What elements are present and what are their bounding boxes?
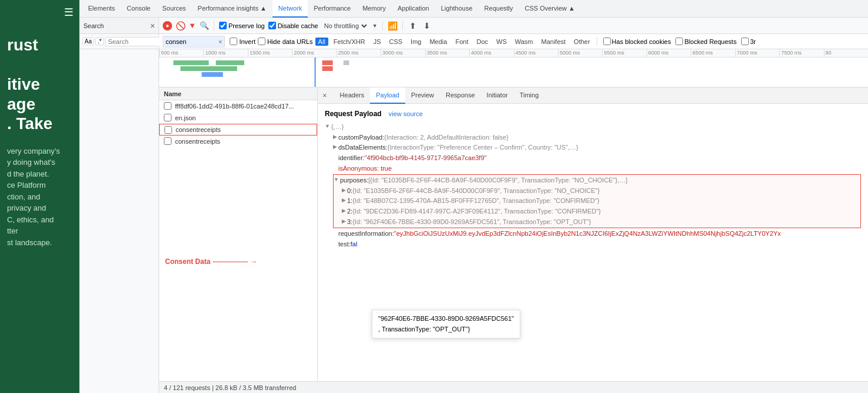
tree-identifier: identifier: "4f904bcb-bf9b-4145-9717-996… bbox=[325, 153, 861, 164]
status-text: 4 / 121 requests | 26.8 kB / 3.5 MB tran… bbox=[164, 384, 296, 391]
clear-button[interactable]: 🚫 bbox=[176, 21, 185, 31]
tab-headers[interactable]: Headers bbox=[334, 87, 371, 104]
timeline-area: 500 ms 1000 ms 1500 ms 2000 ms 2500 ms 3… bbox=[159, 49, 868, 87]
filter-css-button[interactable]: CSS bbox=[386, 38, 405, 46]
request-item-2[interactable]: en.json bbox=[159, 112, 317, 124]
detail-panel: × Headers Payload Preview Response Initi… bbox=[318, 87, 868, 381]
filter-manifest-button[interactable]: Manifest bbox=[539, 38, 569, 46]
preserve-log-checkbox[interactable]: Preserve log bbox=[219, 22, 265, 29]
filter-fetch-xhr-button[interactable]: Fetch/XHR bbox=[331, 38, 368, 46]
custom-payload-arrow[interactable]: ▶ bbox=[333, 133, 337, 141]
filter-media-button[interactable]: Media bbox=[426, 38, 450, 46]
root-label: {,…} bbox=[331, 122, 344, 133]
purpose-1-arrow[interactable]: ▶ bbox=[342, 196, 346, 204]
purposes-section: ▼ purposes: [{Id: "E1035BF6-2F6F-44CB-8A… bbox=[333, 174, 861, 228]
filter-all-button[interactable]: All bbox=[315, 38, 328, 46]
purpose-3-arrow[interactable]: ▶ bbox=[342, 217, 346, 225]
filter-wasm-button[interactable]: Wasm bbox=[512, 38, 536, 46]
tree-purpose-0[interactable]: ▶ 0: {Id: "E1035BF6-2F6F-44CB-8A9F-540D0… bbox=[334, 186, 860, 196]
tree-root[interactable]: ▼ {,…} bbox=[325, 122, 861, 133]
request-item-4[interactable]: consentreceipts bbox=[159, 135, 317, 147]
tab-css-overview[interactable]: CSS Overview ▲ bbox=[519, 0, 581, 18]
root-arrow[interactable]: ▼ bbox=[325, 122, 330, 130]
search-icon[interactable]: 🔍 bbox=[200, 21, 209, 30]
filter-other-button[interactable]: Other bbox=[571, 38, 593, 46]
request-item-3[interactable]: consentreceipts bbox=[159, 124, 317, 135]
filter-img-button[interactable]: Img bbox=[408, 38, 424, 46]
regex-button[interactable]: .* bbox=[95, 38, 104, 45]
website-hero-text: rustitiveage. Take bbox=[7, 35, 72, 134]
search-close-icon[interactable]: × bbox=[150, 21, 155, 31]
download-button[interactable]: ⬇ bbox=[422, 21, 432, 31]
toolbar-divider-3 bbox=[402, 21, 403, 31]
request-name-3: consentreceipts bbox=[176, 126, 312, 133]
request-item-1[interactable]: fff8df06-1dd2-491b-88f6-01cae248cd17... bbox=[159, 100, 317, 112]
filter-js-button[interactable]: JS bbox=[371, 38, 384, 46]
status-bar: 4 / 121 requests | 26.8 kB / 3.5 MB tran… bbox=[159, 381, 868, 393]
aa-button[interactable]: Aa bbox=[82, 38, 94, 45]
tab-response[interactable]: Response bbox=[440, 87, 481, 104]
tab-lighthouse[interactable]: Lighthouse bbox=[435, 0, 479, 18]
tree-purposes[interactable]: ▼ purposes: [{Id: "E1035BF6-2F6F-44CB-8A… bbox=[334, 175, 860, 186]
svg-rect-1 bbox=[180, 66, 237, 71]
request-checkbox-1[interactable] bbox=[164, 102, 171, 110]
third-party-checkbox[interactable]: 3r bbox=[741, 38, 756, 45]
waterfall-chart bbox=[159, 57, 868, 87]
wifi-icon[interactable]: 📶 bbox=[388, 21, 398, 31]
disable-cache-checkbox[interactable]: Disable cache bbox=[268, 22, 318, 29]
tree-ds-data: ▶ dsDataElements: {InteractionType: "Pre… bbox=[325, 143, 861, 153]
filter-ws-button[interactable]: WS bbox=[493, 38, 510, 46]
throttle-select[interactable]: No throttling bbox=[322, 22, 369, 30]
filter-search-input[interactable] bbox=[166, 38, 218, 45]
payload-content: Request Payload view source ▼ {,…} bbox=[318, 104, 868, 381]
tab-network[interactable]: Network bbox=[272, 0, 308, 18]
tab-preview[interactable]: Preview bbox=[405, 87, 440, 104]
blocked-requests-checkbox[interactable]: Blocked Requests bbox=[675, 38, 736, 45]
upload-button[interactable]: ⬆ bbox=[408, 21, 418, 31]
svg-rect-5 bbox=[322, 60, 333, 65]
filter-icon[interactable]: ▼ bbox=[189, 21, 196, 30]
purposes-arrow[interactable]: ▼ bbox=[334, 175, 339, 184]
request-checkbox-4[interactable] bbox=[164, 137, 171, 145]
tab-payload[interactable]: Payload bbox=[370, 87, 405, 104]
tab-performance[interactable]: Performance bbox=[308, 0, 356, 18]
tab-elements[interactable]: Elements bbox=[82, 0, 121, 18]
tab-performance-insights[interactable]: Performance insights ▲ bbox=[192, 0, 272, 18]
tree-purpose-2[interactable]: ▶ 2: {Id: "9DEC2D36-FD89-4147-997C-A2F3F… bbox=[334, 206, 860, 217]
tree-purpose-3[interactable]: ▶ 3: {Id: "962F40E6-7BBE-4330-89D0-9269A… bbox=[334, 217, 860, 228]
svg-rect-6 bbox=[322, 66, 333, 71]
request-name-4: consentreceipts bbox=[175, 138, 312, 145]
devtools-panel: Elements Console Sources Performance ins… bbox=[79, 0, 868, 393]
request-list-header: Name bbox=[159, 87, 317, 100]
tab-initiator[interactable]: Initiator bbox=[481, 87, 514, 104]
tab-timing[interactable]: Timing bbox=[514, 87, 545, 104]
detail-tabs: × Headers Payload Preview Response Initi… bbox=[318, 87, 868, 104]
tab-requestly[interactable]: Requestly bbox=[479, 0, 519, 18]
filter-doc-button[interactable]: Doc bbox=[473, 38, 491, 46]
filter-clear-icon[interactable]: × bbox=[218, 38, 222, 45]
purpose-2-arrow[interactable]: ▶ bbox=[342, 206, 346, 215]
hamburger-icon[interactable]: ☰ bbox=[64, 6, 73, 19]
tab-sources[interactable]: Sources bbox=[156, 0, 191, 18]
request-checkbox-3[interactable] bbox=[164, 126, 172, 134]
tree-purpose-1[interactable]: ▶ 1: {Id: "E48B07C2-1395-470A-AB15-8F0FF… bbox=[334, 196, 860, 206]
detail-close-button[interactable]: × bbox=[320, 91, 329, 100]
filter-font-button[interactable]: Font bbox=[452, 38, 471, 46]
view-source-link[interactable]: view source bbox=[389, 109, 423, 120]
svg-rect-3 bbox=[216, 60, 244, 65]
timeline-ruler: 500 ms 1000 ms 1500 ms 2000 ms 2500 ms 3… bbox=[159, 49, 868, 57]
request-checkbox-2[interactable] bbox=[164, 114, 171, 121]
hide-data-urls-checkbox[interactable]: Hide data URLs bbox=[258, 38, 313, 45]
purpose-0-arrow[interactable]: ▶ bbox=[342, 186, 346, 194]
filter-bar: × Invert Hide data URLs All Fetch/XHR JS… bbox=[159, 34, 868, 49]
has-blocked-cookies-checkbox[interactable]: Has blocked cookies bbox=[603, 38, 671, 45]
tab-application[interactable]: Application bbox=[392, 0, 435, 18]
throttle-arrow-icon: ▼ bbox=[372, 23, 378, 29]
tab-console[interactable]: Console bbox=[121, 0, 156, 18]
ds-data-arrow[interactable]: ▶ bbox=[333, 143, 337, 151]
invert-checkbox[interactable]: Invert bbox=[230, 38, 255, 45]
tab-memory[interactable]: Memory bbox=[356, 0, 392, 18]
record-button[interactable]: ● bbox=[163, 21, 172, 31]
website-body-text: very company'sy doing what'sd the planet… bbox=[7, 145, 72, 249]
svg-rect-0 bbox=[173, 60, 208, 65]
